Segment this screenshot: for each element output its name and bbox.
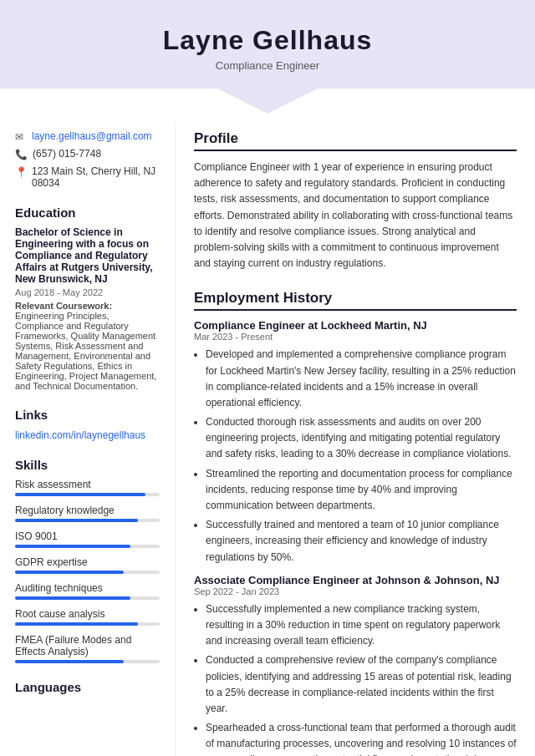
skill-bar-bg [15, 660, 160, 663]
address-item: 📍 123 Main St, Cherry Hill, NJ 08034 [15, 165, 160, 189]
skill-bar-fill [15, 596, 130, 600]
bullet-item: Successfully trained and mentored a team… [206, 517, 517, 566]
body-layout: ✉ layne.gellhaus@gmail.com 📞 (657) 015-7… [0, 89, 535, 756]
skill-bar-fill [15, 660, 124, 663]
contact-section: ✉ layne.gellhaus@gmail.com 📞 (657) 015-7… [15, 130, 160, 189]
skill-bar-fill [15, 545, 130, 548]
bullet-item: Spearheaded a cross-functional team that… [206, 720, 517, 756]
job-bullets: Developed and implemented a comprehensiv… [194, 347, 517, 565]
job-bullets: Successfully implemented a new complianc… [194, 601, 517, 756]
candidate-name: Layne Gellhaus [17, 25, 518, 56]
skill-name: FMEA (Failure Modes and Effects Analysis… [15, 634, 160, 657]
skill-item: Regulatory knowledge [15, 505, 160, 522]
skill-bar-bg [15, 622, 160, 626]
job-entry: Associate Compliance Engineer at Johnson… [194, 574, 517, 756]
skill-item: FMEA (Failure Modes and Effects Analysis… [15, 634, 160, 663]
skill-item: Root cause analysis [15, 608, 160, 626]
edu-dates: Aug 2018 - May 2022 [15, 287, 160, 297]
skills-title: Skills [15, 458, 160, 472]
skill-name: Root cause analysis [15, 608, 160, 620]
edu-degree: Bachelor of Science in Engineering with … [15, 226, 160, 285]
phone-icon: 📞 [15, 149, 28, 160]
skill-bar-fill [15, 622, 138, 626]
employment-title: Employment History [194, 290, 517, 311]
job-dates: Mar 2023 - Present [194, 332, 517, 342]
email-icon: ✉ [15, 131, 27, 143]
skill-bar-fill [15, 493, 145, 496]
phone-item: 📞 (657) 015-7748 [15, 148, 160, 160]
email-link[interactable]: layne.gellhaus@gmail.com [32, 130, 152, 142]
skill-bar-bg [15, 519, 160, 522]
profile-section: Profile Compliance Engineer with 1 year … [194, 130, 517, 271]
skills-section: Skills Risk assessment Regulatory knowle… [15, 458, 160, 663]
edu-coursework: Relevant Coursework: Engineering Princip… [15, 301, 160, 391]
languages-title: Languages [15, 680, 160, 694]
employment-section: Employment History Compliance Engineer a… [194, 290, 517, 756]
skill-bar-bg [15, 571, 160, 574]
links-section: Links linkedin.com/in/laynegellhaus [15, 408, 160, 441]
job-title: Compliance Engineer at Lockheed Martin, … [194, 319, 517, 332]
skill-bar-fill [15, 519, 138, 522]
skill-bar-fill [15, 571, 124, 574]
profile-title: Profile [194, 130, 517, 151]
sidebar: ✉ layne.gellhaus@gmail.com 📞 (657) 015-7… [0, 122, 176, 756]
job-title: Associate Compliance Engineer at Johnson… [194, 574, 517, 586]
edu-coursework-text: Engineering Principles, Compliance and R… [15, 311, 156, 391]
skill-name: ISO 9001 [15, 530, 160, 542]
skill-name: Risk assessment [15, 479, 160, 490]
skill-item: Auditing techniques [15, 582, 160, 600]
education-title: Education [15, 205, 160, 220]
skill-name: GDPR expertise [15, 556, 160, 568]
email-item: ✉ layne.gellhaus@gmail.com [15, 130, 160, 143]
bullet-item: Developed and implemented a comprehensiv… [206, 347, 517, 411]
skill-name: Auditing techniques [15, 582, 160, 594]
bullet-item: Conducted a comprehensive review of the … [206, 652, 517, 717]
bullet-item: Streamlined the reporting and documentat… [206, 466, 517, 515]
header: Layne Gellhaus Compliance Engineer [0, 0, 535, 89]
profile-text: Compliance Engineer with 1 year of exper… [194, 160, 517, 271]
skill-bar-bg [15, 596, 160, 600]
skill-name: Regulatory knowledge [15, 505, 160, 516]
main-content: Profile Compliance Engineer with 1 year … [176, 122, 535, 756]
linkedin-link[interactable]: linkedin.com/in/laynegellhaus [15, 429, 145, 441]
skill-bar-bg [15, 545, 160, 548]
job-entry: Compliance Engineer at Lockheed Martin, … [194, 319, 517, 565]
bullet-item: Conducted thorough risk assessments and … [206, 414, 517, 463]
resume-page: Layne Gellhaus Compliance Engineer ✉ lay… [0, 0, 535, 756]
skill-item: Risk assessment [15, 479, 160, 496]
phone-text: (657) 015-7748 [33, 148, 101, 160]
skills-list: Risk assessment Regulatory knowledge ISO… [15, 479, 160, 663]
job-dates: Sep 2022 - Jan 2023 [194, 586, 517, 596]
location-icon: 📍 [15, 166, 27, 178]
jobs-list: Compliance Engineer at Lockheed Martin, … [194, 319, 517, 756]
address-text: 123 Main St, Cherry Hill, NJ 08034 [32, 165, 160, 189]
candidate-title: Compliance Engineer [17, 59, 518, 72]
languages-section: Languages [15, 680, 160, 694]
skill-item: ISO 9001 [15, 530, 160, 548]
skill-bar-bg [15, 493, 160, 496]
skill-item: GDPR expertise [15, 556, 160, 574]
links-title: Links [15, 408, 160, 422]
education-section: Education Bachelor of Science in Enginee… [15, 205, 160, 391]
bullet-item: Successfully implemented a new complianc… [206, 601, 517, 650]
